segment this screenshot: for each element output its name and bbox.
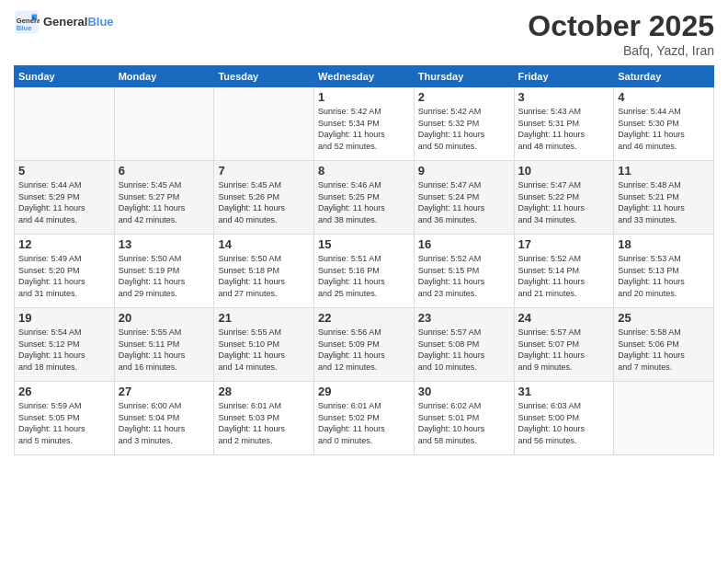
calendar-cell: 3Sunrise: 5:43 AMSunset: 5:31 PMDaylight… [514, 87, 614, 161]
calendar-cell [15, 87, 115, 161]
day-number: 31 [518, 385, 610, 398]
day-info: Sunrise: 5:50 AMSunset: 5:18 PMDaylight:… [218, 253, 310, 299]
calendar-cell: 16Sunrise: 5:52 AMSunset: 5:15 PMDayligh… [414, 235, 514, 308]
week-row-4: 26Sunrise: 5:59 AMSunset: 5:05 PMDayligh… [15, 382, 714, 455]
logo-icon: General Blue [14, 9, 40, 35]
day-number: 1 [318, 90, 410, 104]
day-number: 25 [618, 311, 710, 325]
header-friday: Friday [514, 66, 614, 87]
day-number: 6 [119, 164, 210, 178]
day-info: Sunrise: 5:47 AMSunset: 5:24 PMDaylight:… [418, 179, 510, 225]
day-number: 9 [418, 164, 510, 178]
title-section: October 2025 Bafq, Yazd, Iran [528, 9, 714, 58]
day-info: Sunrise: 5:42 AMSunset: 5:32 PMDaylight:… [418, 106, 510, 152]
header-sunday: Sunday [15, 66, 115, 87]
day-number: 2 [418, 90, 510, 104]
week-row-0: 1Sunrise: 5:42 AMSunset: 5:34 PMDaylight… [15, 87, 714, 161]
day-info: Sunrise: 6:01 AMSunset: 5:02 PMDaylight:… [318, 400, 410, 446]
location-title: Bafq, Yazd, Iran [528, 43, 714, 58]
calendar-cell: 21Sunrise: 5:55 AMSunset: 5:10 PMDayligh… [214, 308, 314, 382]
calendar-cell [114, 87, 214, 161]
day-info: Sunrise: 5:56 AMSunset: 5:09 PMDaylight:… [318, 327, 410, 373]
calendar-cell: 23Sunrise: 5:57 AMSunset: 5:08 PMDayligh… [414, 308, 514, 382]
day-number: 22 [318, 311, 410, 325]
header: General Blue GeneralBlue October 2025 Ba… [14, 9, 714, 58]
day-info: Sunrise: 5:52 AMSunset: 5:15 PMDaylight:… [418, 253, 510, 299]
calendar-cell: 4Sunrise: 5:44 AMSunset: 5:30 PMDaylight… [614, 87, 714, 161]
day-info: Sunrise: 5:44 AMSunset: 5:29 PMDaylight:… [18, 179, 110, 225]
svg-text:Blue: Blue [17, 24, 32, 32]
day-number: 19 [18, 311, 110, 325]
calendar-cell: 13Sunrise: 5:50 AMSunset: 5:19 PMDayligh… [114, 235, 214, 308]
calendar-cell: 7Sunrise: 5:45 AMSunset: 5:26 PMDaylight… [214, 161, 314, 235]
calendar-cell: 30Sunrise: 6:02 AMSunset: 5:01 PMDayligh… [414, 382, 514, 455]
day-info: Sunrise: 5:45 AMSunset: 5:27 PMDaylight:… [119, 179, 210, 225]
calendar-cell: 18Sunrise: 5:53 AMSunset: 5:13 PMDayligh… [614, 235, 714, 308]
day-number: 15 [318, 237, 410, 251]
calendar-cell: 26Sunrise: 5:59 AMSunset: 5:05 PMDayligh… [15, 382, 115, 455]
calendar-cell: 11Sunrise: 5:48 AMSunset: 5:21 PMDayligh… [614, 161, 714, 235]
calendar-cell: 22Sunrise: 5:56 AMSunset: 5:09 PMDayligh… [314, 308, 415, 382]
logo-blue: Blue [87, 15, 113, 29]
calendar-cell [614, 382, 714, 455]
day-info: Sunrise: 6:01 AMSunset: 5:03 PMDaylight:… [218, 400, 310, 446]
calendar-cell: 14Sunrise: 5:50 AMSunset: 5:18 PMDayligh… [214, 235, 314, 308]
day-info: Sunrise: 5:43 AMSunset: 5:31 PMDaylight:… [518, 106, 610, 152]
day-info: Sunrise: 5:49 AMSunset: 5:20 PMDaylight:… [18, 253, 110, 299]
day-number: 7 [218, 164, 310, 178]
page: General Blue GeneralBlue October 2025 Ba… [0, 0, 728, 563]
day-number: 20 [119, 311, 210, 325]
calendar: Sunday Monday Tuesday Wednesday Thursday… [14, 65, 714, 455]
day-number: 13 [119, 237, 210, 251]
calendar-cell: 28Sunrise: 6:01 AMSunset: 5:03 PMDayligh… [214, 382, 314, 455]
day-info: Sunrise: 5:44 AMSunset: 5:30 PMDaylight:… [618, 106, 710, 152]
week-row-3: 19Sunrise: 5:54 AMSunset: 5:12 PMDayligh… [15, 308, 714, 382]
calendar-cell: 27Sunrise: 6:00 AMSunset: 5:04 PMDayligh… [114, 382, 214, 455]
calendar-cell: 15Sunrise: 5:51 AMSunset: 5:16 PMDayligh… [314, 235, 415, 308]
day-number: 18 [618, 237, 710, 251]
calendar-cell [214, 87, 314, 161]
calendar-cell: 20Sunrise: 5:55 AMSunset: 5:11 PMDayligh… [114, 308, 214, 382]
weekday-header-row: Sunday Monday Tuesday Wednesday Thursday… [15, 66, 714, 87]
day-info: Sunrise: 6:03 AMSunset: 5:00 PMDaylight:… [518, 400, 610, 446]
day-number: 23 [418, 311, 510, 325]
calendar-cell: 19Sunrise: 5:54 AMSunset: 5:12 PMDayligh… [15, 308, 115, 382]
week-row-2: 12Sunrise: 5:49 AMSunset: 5:20 PMDayligh… [15, 235, 714, 308]
day-info: Sunrise: 5:55 AMSunset: 5:10 PMDaylight:… [218, 327, 310, 373]
day-info: Sunrise: 5:51 AMSunset: 5:16 PMDaylight:… [318, 253, 410, 299]
logo-general: GeneralBlue [43, 16, 114, 29]
day-info: Sunrise: 5:52 AMSunset: 5:14 PMDaylight:… [518, 253, 610, 299]
day-number: 17 [518, 237, 610, 251]
month-title: October 2025 [528, 9, 714, 43]
day-number: 29 [318, 385, 410, 398]
calendar-cell: 25Sunrise: 5:58 AMSunset: 5:06 PMDayligh… [614, 308, 714, 382]
day-number: 30 [418, 385, 510, 398]
header-saturday: Saturday [614, 66, 714, 87]
logo: General Blue GeneralBlue [14, 9, 114, 35]
day-info: Sunrise: 6:00 AMSunset: 5:04 PMDaylight:… [119, 400, 210, 446]
day-info: Sunrise: 5:53 AMSunset: 5:13 PMDaylight:… [618, 253, 710, 299]
day-number: 26 [18, 385, 110, 398]
week-row-1: 5Sunrise: 5:44 AMSunset: 5:29 PMDaylight… [15, 161, 714, 235]
day-number: 28 [218, 385, 310, 398]
calendar-cell: 12Sunrise: 5:49 AMSunset: 5:20 PMDayligh… [15, 235, 115, 308]
day-info: Sunrise: 5:48 AMSunset: 5:21 PMDaylight:… [618, 179, 710, 225]
header-monday: Monday [114, 66, 214, 87]
calendar-cell: 29Sunrise: 6:01 AMSunset: 5:02 PMDayligh… [314, 382, 415, 455]
day-number: 27 [119, 385, 210, 398]
day-number: 12 [18, 237, 110, 251]
day-number: 21 [218, 311, 310, 325]
calendar-cell: 10Sunrise: 5:47 AMSunset: 5:22 PMDayligh… [514, 161, 614, 235]
calendar-cell: 1Sunrise: 5:42 AMSunset: 5:34 PMDaylight… [314, 87, 415, 161]
day-info: Sunrise: 5:58 AMSunset: 5:06 PMDaylight:… [618, 327, 710, 373]
calendar-cell: 2Sunrise: 5:42 AMSunset: 5:32 PMDaylight… [414, 87, 514, 161]
logo-text: GeneralBlue [43, 16, 114, 29]
header-thursday: Thursday [414, 66, 514, 87]
day-number: 8 [318, 164, 410, 178]
day-info: Sunrise: 5:59 AMSunset: 5:05 PMDaylight:… [18, 400, 110, 446]
header-tuesday: Tuesday [214, 66, 314, 87]
day-number: 16 [418, 237, 510, 251]
day-info: Sunrise: 5:45 AMSunset: 5:26 PMDaylight:… [218, 179, 310, 225]
calendar-cell: 24Sunrise: 5:57 AMSunset: 5:07 PMDayligh… [514, 308, 614, 382]
day-info: Sunrise: 5:47 AMSunset: 5:22 PMDaylight:… [518, 179, 610, 225]
